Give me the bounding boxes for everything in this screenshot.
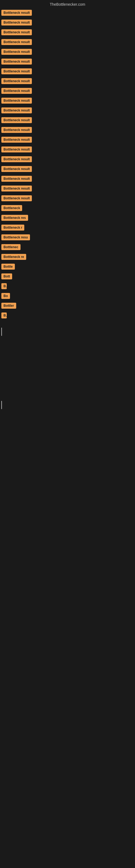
bottleneck-badge[interactable]: Bottleneck result bbox=[1, 137, 32, 143]
list-item: Bottleneck res bbox=[1, 215, 135, 221]
bottleneck-badge[interactable]: Bottleneck r bbox=[1, 225, 24, 230]
cursor-indicator-2 bbox=[1, 401, 2, 409]
bottleneck-badge[interactable]: Bottleneck res bbox=[1, 215, 28, 221]
list-item: Bottleneck result bbox=[1, 20, 135, 26]
list-item: Bottleneck result bbox=[1, 88, 135, 94]
list-item: Bottleneck result bbox=[1, 78, 135, 84]
bottleneck-badge[interactable]: Bottleneck result bbox=[1, 107, 32, 113]
list-item: Bottleneck result bbox=[1, 59, 135, 65]
bottleneck-badge[interactable]: Bottleneck result bbox=[1, 98, 32, 104]
bottleneck-badge[interactable]: Bottle bbox=[1, 264, 15, 270]
list-item: Bottle bbox=[1, 264, 135, 270]
list-item: Bottleneck result bbox=[1, 10, 135, 16]
list-item: Bottleneck result bbox=[1, 137, 135, 143]
list-item: B bbox=[1, 283, 135, 289]
bottleneck-badge[interactable]: Bottleneck result bbox=[1, 39, 32, 45]
list-item: Bottleneck r bbox=[1, 225, 135, 230]
bottleneck-badge[interactable]: Bottleneck result bbox=[1, 78, 32, 84]
list-item: Bottleneck result bbox=[1, 49, 135, 55]
bottleneck-badge[interactable]: Bottleneck result bbox=[1, 88, 32, 94]
bottleneck-badge[interactable]: Bott bbox=[1, 273, 12, 279]
bottleneck-badge[interactable]: Bottleneck result bbox=[1, 166, 32, 172]
bottleneck-badge[interactable]: Bottleneck re bbox=[1, 254, 26, 260]
list-item: Bottleneck result bbox=[1, 29, 135, 35]
bottleneck-badge[interactable]: Bottleneck result bbox=[1, 186, 32, 191]
list-item: Bottleneck result bbox=[1, 39, 135, 45]
list-item: Bottleneck result bbox=[1, 107, 135, 113]
bottleneck-badge[interactable]: Bottleneck result bbox=[1, 10, 32, 16]
bottleneck-badge[interactable]: Bottleneck result bbox=[1, 195, 32, 201]
bottleneck-badge[interactable]: B bbox=[1, 283, 7, 289]
bottleneck-badge[interactable]: Bottler bbox=[1, 303, 16, 309]
list-item: Bottleneck result bbox=[1, 166, 135, 172]
bottleneck-badge[interactable]: Bottleneck result bbox=[1, 127, 32, 133]
bottleneck-badge[interactable]: Bottleneck result bbox=[1, 68, 32, 74]
site-title: TheBottlenecker.com bbox=[50, 2, 85, 6]
list-item: Bottleneck result bbox=[1, 156, 135, 162]
bottleneck-badge[interactable]: Bottleneck result bbox=[1, 20, 32, 26]
cursor-indicator bbox=[1, 328, 2, 336]
list-item: Bottleneck result bbox=[1, 195, 135, 201]
list-item: Bottleneck re bbox=[1, 254, 135, 260]
list-item: B bbox=[1, 312, 135, 318]
site-header: TheBottlenecker.com bbox=[0, 0, 135, 10]
bottleneck-badge[interactable]: Bottleneck result bbox=[1, 49, 32, 55]
bottleneck-badge[interactable]: B bbox=[1, 312, 7, 318]
list-item: Bottleneck result bbox=[1, 68, 135, 74]
bottleneck-badge[interactable]: Bottlenec bbox=[1, 244, 20, 250]
list-item: Bottleneck bbox=[1, 205, 135, 211]
list-item: Bottleneck result bbox=[1, 176, 135, 182]
bottleneck-badge[interactable]: Bottleneck result bbox=[1, 147, 32, 152]
list-item: Bottleneck result bbox=[1, 127, 135, 133]
page-wrapper: TheBottlenecker.com Bottleneck resultBot… bbox=[0, 0, 135, 409]
list-item: Bottleneck result bbox=[1, 98, 135, 104]
bottleneck-badge[interactable]: Bo bbox=[1, 293, 10, 299]
list-item: Bottleneck result bbox=[1, 117, 135, 123]
bottleneck-badge[interactable]: Bottleneck result bbox=[1, 156, 32, 162]
bottleneck-badge[interactable]: Bottleneck result bbox=[1, 117, 32, 123]
list-item: Bottleneck resu bbox=[1, 235, 135, 240]
bottleneck-badge[interactable]: Bottleneck result bbox=[1, 176, 32, 182]
list-item: Bottleneck result bbox=[1, 147, 135, 152]
bottleneck-list: Bottleneck resultBottleneck resultBottle… bbox=[0, 10, 135, 322]
list-item: Bottler bbox=[1, 303, 135, 309]
list-item: Bott bbox=[1, 273, 135, 279]
bottleneck-badge[interactable]: Bottleneck result bbox=[1, 59, 32, 65]
list-item: Bo bbox=[1, 293, 135, 299]
bottleneck-badge[interactable]: Bottleneck result bbox=[1, 29, 32, 35]
bottleneck-badge[interactable]: Bottleneck resu bbox=[1, 235, 30, 240]
list-item: Bottleneck result bbox=[1, 186, 135, 191]
list-item: Bottlenec bbox=[1, 244, 135, 250]
bottleneck-badge[interactable]: Bottleneck bbox=[1, 205, 22, 211]
